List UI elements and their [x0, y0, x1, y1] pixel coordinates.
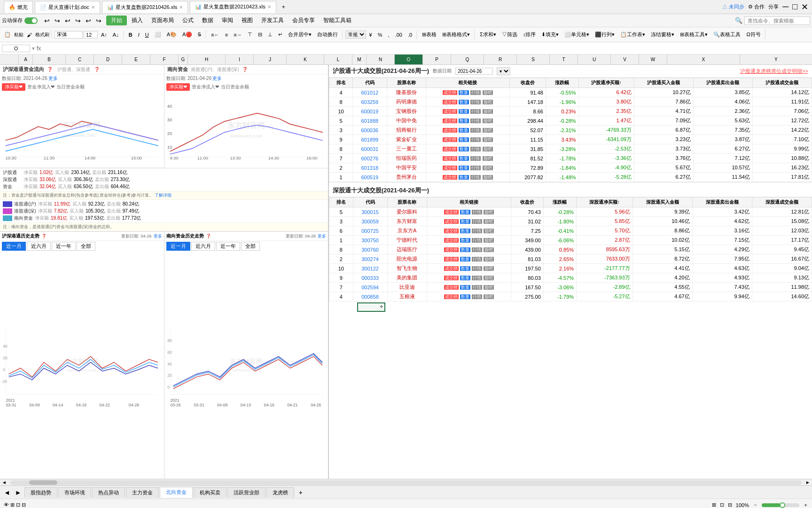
align-center[interactable]: ≡: [223, 31, 230, 39]
close-icon-xls2[interactable]: ✕: [267, 4, 271, 9]
sz-table-row[interactable]: 3 300059 东方财富 成交榜 数量 行情 股吧 31.02 -1.80% …: [329, 217, 812, 226]
search2-btn[interactable]: 🔍表格工具: [711, 30, 743, 40]
sh-table-row[interactable]: 1 600519 贵州茅台 成交榜 数量 行情 股吧 2077.82 -1.48…: [329, 173, 812, 182]
tab-xls1[interactable]: 📊 星火复盘数据20210426.xls ✕: [102, 1, 188, 13]
menu-data[interactable]: 数据: [198, 16, 217, 25]
sh-code-cell[interactable]: 601888: [353, 116, 387, 126]
sz-name-cell[interactable]: 东方财富: [387, 217, 427, 226]
scroll-left-btn[interactable]: ◄: [0, 480, 8, 485]
sz-tag-hangqing[interactable]: 行情: [472, 266, 482, 271]
align-bottom[interactable]: ⊥: [265, 30, 275, 39]
sum-btn[interactable]: Σ求和▾: [477, 30, 499, 40]
sz-name-cell[interactable]: 比亚迪: [387, 283, 427, 292]
tag-shuliang[interactable]: 数量: [459, 137, 469, 142]
sz-tag-hangqing[interactable]: 行情: [472, 247, 482, 252]
freeze-btn[interactable]: 冻结窗格▾: [648, 30, 677, 40]
sz-table-row[interactable]: 9 000333 美的集团 成交榜 数量 行情 股吧 80.03 -4.57% …: [329, 273, 812, 283]
sz-name-cell[interactable]: 宁德时代: [387, 236, 427, 245]
fill-btn[interactable]: ⬇填充▾: [539, 30, 561, 40]
col-header-t[interactable]: T: [550, 55, 578, 64]
zoom-slider[interactable]: [762, 503, 799, 507]
south-tab-all[interactable]: 全部: [241, 242, 260, 251]
south-hint[interactable]: ❓: [242, 67, 248, 72]
strikethrough-button[interactable]: S̶: [195, 30, 203, 39]
tag-guba[interactable]: 股吧: [483, 156, 493, 161]
sz-tag-chengjiao[interactable]: 成交榜: [444, 276, 459, 280]
close-icon-xls1[interactable]: ✕: [179, 5, 183, 10]
sh-name-cell[interactable]: 三一重工: [387, 144, 426, 154]
cell-btn[interactable]: ⬜单元格▾: [562, 30, 592, 40]
tag-guba[interactable]: 股吧: [483, 100, 493, 104]
sz-table-row[interactable]: 10 300122 智飞生物 成交榜 数量 行情 股吧 197.50 2.16%…: [329, 264, 812, 273]
menu-insert[interactable]: 插入: [128, 16, 147, 25]
tag-hangqing[interactable]: 行情: [470, 109, 481, 114]
sheet-tab-institution[interactable]: 机构买卖: [194, 487, 226, 498]
sz-table-row[interactable]: 4 000858 五粮液 成交榜 数量 行情 股吧 275.00 -1.79% …: [329, 292, 812, 302]
sheet-tab-dragon-tiger[interactable]: 龙虎榜: [266, 487, 294, 498]
redo2-button[interactable]: ↪: [73, 16, 83, 25]
col-header-u[interactable]: U: [578, 55, 611, 64]
sh-code-cell[interactable]: 600276: [353, 154, 387, 163]
window-min-button[interactable]: ─: [782, 2, 789, 12]
sz-tag-shuliang[interactable]: 数量: [460, 294, 470, 299]
sz-tag-hangqing[interactable]: 行情: [472, 285, 482, 290]
sh-name-cell[interactable]: 中国平安: [387, 163, 426, 173]
thousands-btn[interactable]: ,: [386, 31, 392, 39]
sh-code-cell[interactable]: 601012: [353, 88, 387, 97]
col-header-h[interactable]: H: [188, 55, 226, 64]
collab-button[interactable]: ⚙ 合作: [748, 3, 765, 10]
sz-tag-hangqing[interactable]: 行情: [472, 238, 482, 243]
sz-tag-shuliang[interactable]: 数量: [460, 276, 470, 280]
tag-chengjiao[interactable]: 成交榜: [443, 100, 457, 104]
number-format-select[interactable]: 常规: [345, 31, 366, 39]
sh-note-link[interactable]: 了解详细: [155, 193, 172, 198]
col-header-f[interactable]: F: [150, 55, 179, 64]
sh-name-cell[interactable]: 中国中免: [387, 116, 426, 126]
tag-chengjiao[interactable]: 成交榜: [443, 90, 457, 95]
tag-chengjiao[interactable]: 成交榜: [443, 109, 457, 114]
sh-table-row[interactable]: 2 601318 中国平安 成交榜 数量 行情 股吧 72.89 -1.84% …: [329, 163, 812, 173]
tag-chengjiao[interactable]: 成交榜: [443, 166, 457, 170]
sh-table-row[interactable]: 7 600276 恒瑞医药 成交榜 数量 行情 股吧 81.52 -1.78% …: [329, 154, 812, 163]
sz-tag-guba[interactable]: 股吧: [484, 294, 494, 299]
col-header-j[interactable]: J: [254, 55, 287, 64]
sz-table-row[interactable]: 5 300015 爱尔眼科 成交榜 数量 行情 股吧 70.43 -0.28% …: [329, 207, 812, 217]
col-header-x[interactable]: X: [667, 55, 740, 64]
sz-tag-guba[interactable]: 股吧: [484, 285, 494, 290]
format-brush[interactable]: 🖌: [24, 31, 34, 39]
sz-name-cell[interactable]: 美的集团: [387, 273, 427, 283]
tag-chengjiao[interactable]: 成交榜: [443, 119, 457, 123]
sheet-tab-hotspot[interactable]: 热点异动: [92, 487, 125, 498]
sz-table-row[interactable]: 8 300760 迈瑞医疗 成交榜 数量 行情 股吧 439.00 0.85% …: [329, 245, 812, 254]
tag-chengjiao[interactable]: 成交榜: [443, 175, 457, 180]
sh-name-cell[interactable]: 隆基股份: [387, 88, 426, 97]
sz-tag-shuliang[interactable]: 数量: [460, 229, 470, 233]
redo3-button[interactable]: ↪: [94, 16, 103, 25]
col-header-g[interactable]: G: [179, 55, 188, 64]
tab-xls2[interactable]: 📊 星火复盘数据20210423.xls ✕: [190, 1, 276, 13]
sheet-tab-active-branch[interactable]: 活跃营业部: [227, 487, 265, 498]
horizontal-scrollbar[interactable]: ◄ ►: [0, 479, 812, 485]
font-larger[interactable]: A↑: [99, 31, 109, 39]
sh-flow-hint[interactable]: ❓: [47, 67, 53, 72]
tag-hangqing[interactable]: 行情: [470, 90, 481, 95]
tab-fire[interactable]: 🔥 燃充: [4, 1, 33, 13]
selected-cell-indicator[interactable]: ✛: [357, 302, 385, 312]
currency-btn[interactable]: ¥: [367, 31, 375, 39]
scroll-thumb[interactable]: [29, 480, 57, 485]
sz-code-cell[interactable]: 000725: [353, 226, 387, 236]
scroll-right-btn[interactable]: ►: [804, 480, 812, 485]
sz-name-cell[interactable]: 迈瑞医疗: [387, 245, 427, 254]
tag-guba[interactable]: 股吧: [483, 90, 493, 95]
sh-table-row[interactable]: 9 601899 紫金矿业 成交榜 数量 行情 股吧 11.15 3.43% -…: [329, 135, 812, 144]
table2-btn[interactable]: ⊞表格工具▾: [678, 30, 710, 40]
sz-tag-shuliang[interactable]: 数量: [460, 257, 470, 262]
sz-tag-guba[interactable]: 股吧: [484, 229, 494, 233]
sh-code-cell[interactable]: 600036: [353, 126, 387, 135]
sh-more-link[interactable]: 更多: [48, 75, 58, 82]
sh-code-cell[interactable]: 601318: [353, 163, 387, 173]
col-header-v[interactable]: V: [611, 55, 639, 64]
view-icon-1[interactable]: 👁: [4, 502, 9, 508]
paste-button[interactable]: 📋: [2, 30, 13, 39]
col-header-c[interactable]: C: [66, 55, 94, 64]
